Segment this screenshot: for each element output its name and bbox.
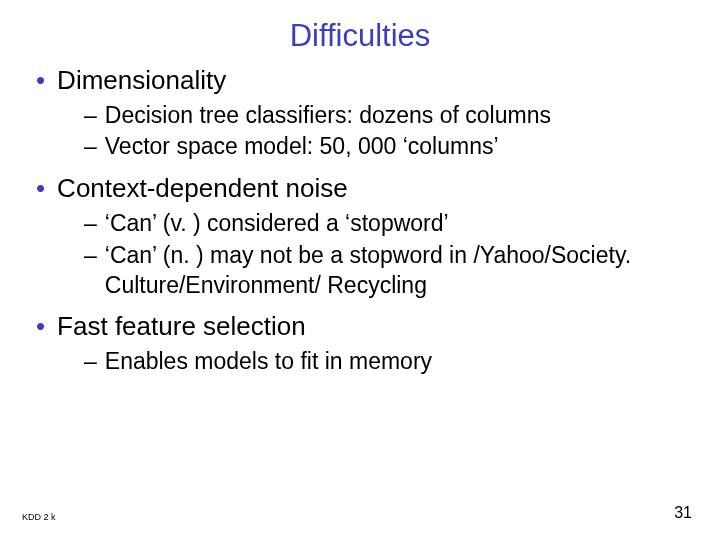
- level1-row: • Dimensionality: [30, 64, 690, 97]
- footer-left: KDD 2 k: [22, 512, 56, 522]
- level1-row: • Context-dependent noise: [30, 172, 690, 205]
- list-item: • Context-dependent noise – ‘Can’ (v. ) …: [30, 172, 690, 300]
- list-item: – ‘Can’ (v. ) considered a ‘stopword’: [84, 209, 690, 239]
- sub-list: – Enables models to fit in memory: [30, 347, 690, 377]
- dash-icon: –: [84, 101, 97, 131]
- level1-text: Context-dependent noise: [57, 172, 348, 205]
- bullet-icon: •: [36, 172, 45, 205]
- level2-text: Decision tree classifiers: dozens of col…: [105, 101, 690, 131]
- list-item: – Vector space model: 50, 000 ‘columns’: [84, 132, 690, 162]
- level1-row: • Fast feature selection: [30, 310, 690, 343]
- slide: Difficulties • Dimensionality – Decision…: [0, 0, 720, 540]
- level1-text: Fast feature selection: [57, 310, 306, 343]
- bullet-icon: •: [36, 64, 45, 97]
- list-item: – ‘Can’ (n. ) may not be a stopword in /…: [84, 241, 690, 301]
- list-item: • Fast feature selection – Enables model…: [30, 310, 690, 376]
- dash-icon: –: [84, 347, 97, 377]
- dash-icon: –: [84, 209, 97, 239]
- slide-number: 31: [674, 504, 692, 522]
- dash-icon: –: [84, 132, 97, 162]
- list-item: • Dimensionality – Decision tree classif…: [30, 64, 690, 162]
- sub-list: – ‘Can’ (v. ) considered a ‘stopword’ – …: [30, 209, 690, 301]
- bullet-list: • Dimensionality – Decision tree classif…: [30, 64, 690, 377]
- bullet-icon: •: [36, 310, 45, 343]
- level2-text: Enables models to fit in memory: [105, 347, 690, 377]
- list-item: – Enables models to fit in memory: [84, 347, 690, 377]
- dash-icon: –: [84, 241, 97, 271]
- level2-text: ‘Can’ (v. ) considered a ‘stopword’: [105, 209, 690, 239]
- level2-text: ‘Can’ (n. ) may not be a stopword in /Ya…: [105, 241, 690, 301]
- sub-list: – Decision tree classifiers: dozens of c…: [30, 101, 690, 163]
- level2-text: Vector space model: 50, 000 ‘columns’: [105, 132, 690, 162]
- slide-title: Difficulties: [30, 18, 690, 54]
- level1-text: Dimensionality: [57, 64, 226, 97]
- list-item: – Decision tree classifiers: dozens of c…: [84, 101, 690, 131]
